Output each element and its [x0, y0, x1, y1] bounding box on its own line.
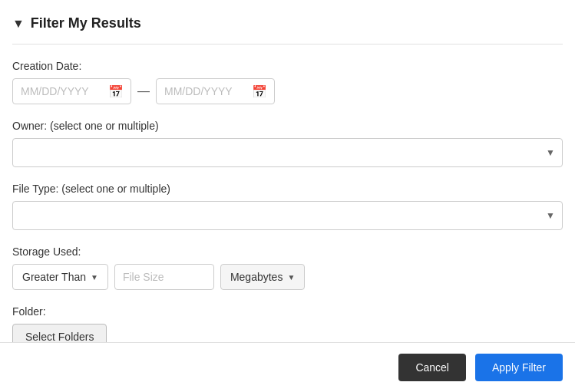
comparator-dropdown[interactable]: Greater Than ▼ — [12, 264, 108, 290]
page-header: ▼ Filter My Results — [12, 15, 563, 44]
comparator-chevron-icon: ▼ — [91, 273, 98, 282]
date-separator: — — [137, 84, 150, 98]
creation-date-section: Creation Date: 📅 — 📅 — [12, 60, 563, 104]
storage-label: Storage Used: — [12, 245, 563, 258]
select-folders-button[interactable]: Select Folders — [12, 324, 107, 342]
owner-section: Owner: (select one or multiple) ▼ — [12, 120, 563, 167]
folder-label: Folder: — [12, 305, 563, 318]
storage-row: Greater Than ▼ Megabytes ▼ — [12, 264, 563, 290]
filter-icon: ▼ — [12, 17, 25, 31]
date-from-input[interactable] — [12, 78, 131, 104]
file-type-select[interactable] — [12, 201, 563, 230]
date-to-input[interactable] — [156, 78, 275, 104]
date-row: 📅 — 📅 — [12, 78, 563, 104]
date-from-wrapper: 📅 — [12, 78, 131, 104]
file-type-section: File Type: (select one or multiple) ▼ — [12, 183, 563, 230]
apply-filter-button[interactable]: Apply Filter — [475, 354, 563, 381]
unit-dropdown[interactable]: Megabytes ▼ — [220, 264, 305, 290]
file-type-select-wrapper: ▼ — [12, 201, 563, 230]
creation-date-label: Creation Date: — [12, 60, 563, 72]
comparator-label: Greater Than — [22, 271, 86, 283]
storage-section: Storage Used: Greater Than ▼ Megabytes ▼ — [12, 245, 563, 290]
folder-section: Folder: Select Folders — [12, 305, 563, 342]
main-content: ▼ Filter My Results Creation Date: 📅 — 📅… — [0, 0, 575, 342]
file-size-input[interactable] — [114, 264, 214, 290]
unit-chevron-icon: ▼ — [287, 273, 295, 282]
cancel-button[interactable]: Cancel — [398, 354, 466, 381]
owner-select-wrapper: ▼ — [12, 138, 563, 167]
file-type-label: File Type: (select one or multiple) — [12, 183, 563, 195]
footer: Cancel Apply Filter — [0, 342, 575, 392]
owner-label: Owner: (select one or multiple) — [12, 120, 563, 132]
page-title: Filter My Results — [31, 15, 141, 31]
date-to-wrapper: 📅 — [156, 78, 275, 104]
unit-label: Megabytes — [230, 271, 283, 283]
owner-select[interactable] — [12, 138, 563, 167]
